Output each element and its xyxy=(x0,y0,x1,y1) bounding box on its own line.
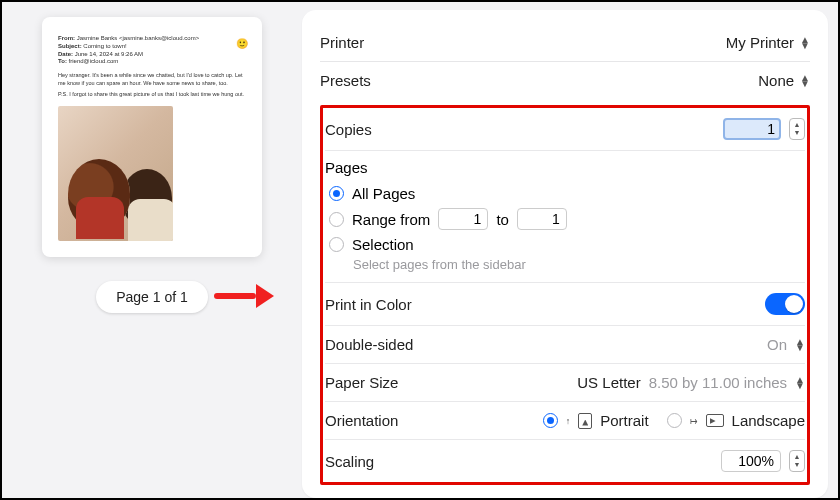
portrait-icon xyxy=(578,413,592,429)
range-from-input[interactable] xyxy=(438,208,488,230)
landscape-icon xyxy=(706,414,724,427)
radio-landscape[interactable]: ↦ Landscape xyxy=(667,412,805,429)
printer-label: Printer xyxy=(320,34,364,51)
radio-all-pages[interactable]: All Pages xyxy=(325,182,805,205)
radio-icon xyxy=(667,413,682,428)
printer-value: My Printer xyxy=(726,34,794,51)
printer-row[interactable]: Printer My Printer ▲▼ xyxy=(320,24,810,61)
email-photo xyxy=(58,106,173,241)
copies-input[interactable] xyxy=(723,118,781,140)
updown-icon: ▲▼ xyxy=(800,75,810,87)
color-toggle[interactable] xyxy=(765,293,805,315)
radio-icon xyxy=(329,237,344,252)
radio-portrait[interactable]: ↑ Portrait xyxy=(543,412,649,429)
pages-block: Pages All Pages Range from to Se xyxy=(325,151,805,283)
radio-icon xyxy=(329,186,344,201)
email-body: Hey stranger. It's been a while since we… xyxy=(58,72,246,98)
copies-stepper[interactable]: ▲▼ xyxy=(789,118,805,140)
selection-hint: Select pages from the sidebar xyxy=(325,257,805,272)
copies-row: Copies ▲▼ xyxy=(325,108,805,151)
page-indicator: Page 1 of 1 xyxy=(96,281,208,313)
preview-sidebar: 🙂 From: Jasmine Banks <jasmine.banks@icl… xyxy=(2,2,302,498)
updown-icon: ▲▼ xyxy=(795,339,805,351)
double-sided-dropdown[interactable]: On ▲▼ xyxy=(767,336,805,353)
double-sided-row: Double-sided On ▲▼ xyxy=(325,326,805,364)
radio-icon xyxy=(329,212,344,227)
scaling-stepper[interactable]: ▲▼ xyxy=(789,450,805,472)
print-options-panel: Printer My Printer ▲▼ Presets None ▲▼ Co… xyxy=(302,10,828,498)
memoji-icon: 🙂 xyxy=(236,37,248,50)
scaling-row: Scaling ▲▼ xyxy=(325,440,805,482)
radio-selection[interactable]: Selection xyxy=(325,233,805,256)
print-color-row: Print in Color xyxy=(325,283,805,326)
highlighted-options-frame: Copies ▲▼ Pages All Pages Rang xyxy=(320,105,810,485)
updown-icon: ▲▼ xyxy=(800,37,810,49)
email-header: 🙂 From: Jasmine Banks <jasmine.banks@icl… xyxy=(58,35,246,66)
paper-size-row: Paper Size US Letter 8.50 by 11.00 inche… xyxy=(325,364,805,402)
radio-icon xyxy=(543,413,558,428)
orientation-row: Orientation ↑ Portrait ↦ Landscape xyxy=(325,402,805,440)
paper-size-dropdown[interactable]: US Letter 8.50 by 11.00 inches ▲▼ xyxy=(577,374,805,391)
updown-icon: ▲▼ xyxy=(795,377,805,389)
radio-range[interactable]: Range from to xyxy=(325,205,805,233)
presets-label: Presets xyxy=(320,72,371,89)
pages-title: Pages xyxy=(325,159,805,176)
scaling-input[interactable] xyxy=(721,450,781,472)
page-thumbnail[interactable]: 🙂 From: Jasmine Banks <jasmine.banks@icl… xyxy=(42,17,262,257)
presets-row[interactable]: Presets None ▲▼ xyxy=(320,61,810,99)
range-to-input[interactable] xyxy=(517,208,567,230)
presets-value: None xyxy=(758,72,794,89)
